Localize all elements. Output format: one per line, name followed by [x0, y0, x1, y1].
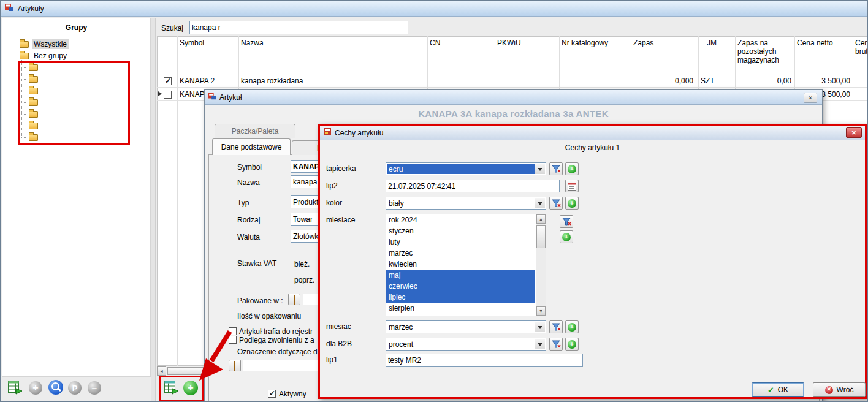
miesiac-label: miesiac	[326, 322, 351, 331]
miesiac-filter-button[interactable]	[549, 320, 563, 333]
search-magnifier-icon[interactable]	[48, 380, 63, 395]
tree-item-empty[interactable]	[21, 121, 38, 131]
row-checkbox[interactable]	[164, 77, 172, 85]
tapicerka-filter-button[interactable]	[549, 162, 563, 175]
cell-nazwa[interactable]: kanapa rozkładana	[241, 77, 303, 85]
folder-icon	[29, 123, 38, 129]
panel-splitter[interactable]	[151, 18, 156, 402]
miesiace-add-button[interactable]	[560, 230, 573, 243]
tree-stub	[21, 79, 26, 80]
wroc-button-label: Wróć	[837, 385, 854, 394]
tree-stub	[21, 137, 26, 138]
rejestr-checkbox[interactable]	[229, 327, 237, 335]
remove-icon[interactable]	[88, 381, 101, 395]
row-checkbox[interactable]	[164, 91, 172, 99]
lip2-label: lip2	[326, 181, 338, 190]
cell-zapas-pozostale[interactable]: 0,00	[736, 77, 791, 85]
tree-item-empty[interactable]	[21, 63, 38, 72]
search-label: Szukaj	[161, 24, 183, 32]
lip1-input[interactable]	[386, 354, 583, 367]
rejestr-label: Artykuł trafia do rejestr	[239, 327, 313, 336]
column-header-cena-brutto[interactable]: Cena brutto	[855, 39, 868, 73]
tree-item-empty[interactable]	[21, 74, 38, 84]
miesiac-add-button[interactable]	[565, 320, 579, 333]
tree-stub	[21, 126, 26, 126]
tree-item-empty[interactable]	[21, 109, 38, 119]
lip2-input[interactable]	[386, 180, 560, 192]
ilosc-label: Ilość w opakowaniu	[237, 312, 301, 320]
tab-paczka-paleta[interactable]: Paczka/Paleta	[215, 124, 295, 138]
aktywny-checkbox[interactable]	[268, 390, 276, 398]
tab-dane-podstawowe[interactable]: Dane podstawowe	[212, 138, 291, 155]
miesiac-combobox[interactable]: marzec	[386, 320, 546, 333]
cancel-x-icon	[825, 386, 833, 394]
listbox-item[interactable]: rok 2024	[386, 214, 535, 226]
oznaczenie-picker-button[interactable]	[229, 360, 241, 371]
scroll-down-button[interactable]	[536, 306, 546, 316]
lip2-calendar-button[interactable]	[565, 180, 579, 192]
scroll-up-button[interactable]	[536, 214, 546, 224]
column-header-nazwa[interactable]: Nazwa	[241, 39, 419, 73]
chevron-down-icon[interactable]	[535, 198, 545, 208]
column-header-nr-katalogowy[interactable]: Nr katalogowy	[562, 39, 628, 73]
listbox-item[interactable]: luty	[386, 237, 535, 248]
tree-item-wszystkie[interactable]: Wszystkie	[20, 39, 69, 49]
column-header-zapas-pozostale[interactable]: Zapas na pozostałych magazynach	[737, 39, 791, 73]
cell-zapas[interactable]: 0,000	[631, 77, 693, 85]
cell-cena-netto[interactable]: 3 500,00	[796, 77, 850, 85]
chevron-down-icon[interactable]	[535, 164, 545, 174]
export-grid-icon[interactable]	[7, 379, 23, 397]
dla-b2b-filter-button[interactable]	[549, 338, 563, 351]
search-input[interactable]	[189, 21, 408, 34]
artykul-close-button[interactable]	[804, 93, 817, 103]
scroll-left-button[interactable]	[157, 366, 166, 376]
listbox-item-selected[interactable]: maj	[386, 270, 535, 281]
add-feature-icon[interactable]	[183, 381, 198, 395]
oznaczenie-input[interactable]	[243, 360, 322, 371]
cechy-dialog-title: Cechy artykułu	[335, 129, 383, 137]
kolor-filter-button[interactable]	[549, 197, 563, 210]
listbox-item[interactable]: marzec	[386, 248, 535, 259]
add-icon[interactable]	[29, 381, 42, 395]
package-picker-button[interactable]	[288, 294, 300, 305]
kolor-add-button[interactable]	[565, 197, 579, 210]
tree-item-empty[interactable]	[21, 132, 38, 142]
filter-funnel-icon	[552, 199, 561, 208]
dla-b2b-combobox[interactable]: procent	[386, 338, 546, 351]
cell-symbol[interactable]: KANAPA 2	[180, 77, 215, 85]
column-header-pkwiu[interactable]: PKWiU	[497, 39, 555, 73]
cechy-close-button[interactable]	[846, 127, 862, 138]
column-divider	[177, 36, 178, 366]
column-header-cena-netto[interactable]: Cena netto	[797, 39, 834, 73]
listbox-item[interactable]: sierpien	[386, 303, 535, 314]
listbox-scrollbar[interactable]	[536, 214, 546, 316]
ok-button[interactable]: OK	[752, 382, 804, 397]
listbox-item-selected[interactable]: lipiec	[386, 292, 535, 303]
column-header-cn[interactable]: CN	[430, 39, 491, 73]
tree-item-empty[interactable]	[21, 86, 38, 96]
wroc-button[interactable]: Wróć	[813, 382, 866, 397]
miesiace-filter-button[interactable]	[560, 215, 573, 228]
listbox-item[interactable]: styczen	[386, 226, 535, 237]
p-icon[interactable]	[68, 381, 82, 395]
cell-jm[interactable]: SZT	[701, 77, 715, 85]
listbox-item-selected[interactable]: czerwiec	[386, 281, 535, 292]
aktywny-label: Aktywny	[279, 390, 306, 398]
tree-item-bez-grupy[interactable]: Bez grupy	[20, 51, 69, 61]
tapicerka-combobox[interactable]: ecru	[386, 162, 546, 175]
tree-item-empty[interactable]	[21, 97, 38, 107]
column-header-jm[interactable]: JM	[707, 39, 731, 73]
chevron-down-icon[interactable]	[535, 322, 545, 332]
miesiace-listbox[interactable]: rok 2024 styczen luty marzec kwiecien ma…	[386, 214, 546, 316]
column-header-symbol[interactable]: Symbol	[180, 39, 235, 73]
edit-features-grid-icon[interactable]	[163, 379, 179, 397]
miesiac-value: marzec	[387, 322, 535, 332]
tapicerka-add-button[interactable]	[565, 162, 579, 175]
zwolnienie-checkbox[interactable]	[229, 336, 237, 344]
scrollbar-thumb[interactable]	[536, 225, 546, 248]
column-header-zapas[interactable]: Zapas	[633, 39, 695, 73]
kolor-combobox[interactable]: biały	[386, 197, 546, 210]
listbox-item[interactable]: kwiecien	[386, 259, 535, 270]
dla-b2b-add-button[interactable]	[565, 338, 579, 351]
chevron-down-icon[interactable]	[535, 339, 545, 349]
